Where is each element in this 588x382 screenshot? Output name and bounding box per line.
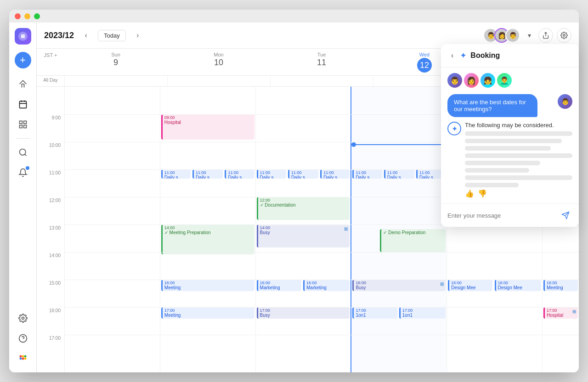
event-daily-mon1[interactable]: 11:00 Daily s xyxy=(161,169,191,179)
day-header-mon: Mon 10 xyxy=(167,49,270,75)
booking-panel-header: ‹ ✦ Booking xyxy=(441,44,579,67)
event-busy17-tue[interactable]: 17:00 Busy xyxy=(257,307,350,319)
day-header-tue: Tue 11 xyxy=(270,49,373,75)
event-daily-mon3[interactable]: 11:00 Daily s xyxy=(225,169,254,179)
event-1on1-wed2[interactable]: 17:00 1on1 xyxy=(399,307,446,319)
event-marketing-tue[interactable]: 16:00 Marketing xyxy=(257,280,301,291)
p-avatar-1: 👨 xyxy=(447,73,462,88)
close-button[interactable] xyxy=(15,13,21,19)
skeleton-line-6 xyxy=(465,168,529,173)
svg-point-18 xyxy=(22,358,24,360)
thumbs-down-button[interactable]: 👎 xyxy=(478,189,487,198)
booking-input-row xyxy=(441,203,579,227)
allday-cell-sun xyxy=(64,76,167,86)
svg-rect-7 xyxy=(19,125,22,128)
ai-avatar: ✦ xyxy=(447,122,461,135)
sidebar-item-settings[interactable] xyxy=(15,310,31,326)
svg-rect-6 xyxy=(23,121,26,124)
event-meeting-mon[interactable]: 16:00 Meeting xyxy=(161,280,254,291)
svg-rect-1 xyxy=(19,101,26,108)
share-button[interactable] xyxy=(538,28,553,43)
day-col-wed: 11:00 Daily s 11:00 Daily s 11:00 Daily … xyxy=(351,87,447,372)
time-label-16: 16:00 xyxy=(37,307,64,335)
event-busy-tue[interactable]: 14:00 Busy ⊞ xyxy=(257,225,350,247)
user-message-bubble: What are the best dates for our meetings… xyxy=(447,94,537,117)
event-1on1-wed[interactable]: 17:00 1on1 xyxy=(352,307,397,319)
sidebar-divider xyxy=(16,138,30,139)
time-label-9: 9:00 xyxy=(37,114,64,142)
event-design-thu1[interactable]: 16:00 Design Mee xyxy=(448,280,492,291)
time-label-11: 11:00 xyxy=(37,169,64,197)
event-daily-tue1[interactable]: 11:00 Daily s xyxy=(257,169,286,179)
event-meeting-prep[interactable]: 14:00 ✓ Meeting Preparation xyxy=(161,225,254,254)
skeleton-line-1 xyxy=(465,131,572,136)
app-logo xyxy=(15,28,31,45)
event-busy-wed[interactable]: 16:00 Busy ⊞ xyxy=(352,280,446,291)
notification-badge xyxy=(26,166,29,170)
sidebar: + xyxy=(9,22,37,372)
minimize-button[interactable] xyxy=(24,13,30,19)
p-avatar-2: 👩 xyxy=(464,73,479,88)
skeleton-line-4 xyxy=(465,153,572,158)
avatars-dropdown[interactable]: ▾ xyxy=(524,30,535,41)
sidebar-item-calendar[interactable] xyxy=(15,96,31,112)
event-daily-mon2[interactable]: 11:00 Daily s xyxy=(192,169,223,179)
time-label-12: 12:00 xyxy=(37,197,64,225)
time-label-10: 10:00 xyxy=(37,142,64,169)
sparkle-icon: ✦ xyxy=(460,51,467,61)
message-input[interactable] xyxy=(447,212,555,219)
sidebar-item-apps[interactable] xyxy=(15,350,31,367)
time-label-15: 15:00 xyxy=(37,280,64,307)
event-hospital17[interactable]: 17:00 Hospital ⊞ xyxy=(543,307,578,319)
skeleton-line-5 xyxy=(465,161,540,165)
skeleton-lines xyxy=(465,131,572,187)
booking-back-button[interactable]: ‹ xyxy=(448,51,456,61)
event-meeting17-mon[interactable]: 17:00 Meeting xyxy=(161,307,254,319)
event-documentation[interactable]: 12:00 ✓ Documentation xyxy=(257,197,350,220)
day-header-sun: Sun 9 xyxy=(64,49,167,75)
allday-label: All Day xyxy=(37,76,64,86)
participant-avatars[interactable]: 👨 👩 👨 xyxy=(483,28,520,43)
sidebar-item-help[interactable] xyxy=(15,330,31,347)
svg-point-17 xyxy=(19,358,22,360)
event-daily-wed1[interactable]: 11:00 Daily s xyxy=(352,169,382,179)
send-button[interactable] xyxy=(559,208,572,222)
timezone-label: JST + xyxy=(37,49,64,75)
allday-cell-mon xyxy=(167,76,270,86)
skeleton-line-8 xyxy=(465,183,519,187)
sidebar-item-notifications[interactable] xyxy=(15,164,31,181)
event-daily-tue3[interactable]: 11:00 Daily s xyxy=(320,169,350,179)
event-daily-tue2[interactable]: 11:00 Daily s xyxy=(288,169,318,179)
day-col-sun xyxy=(64,87,160,372)
app-window: + xyxy=(9,10,579,372)
calendar-title: 2023/12 xyxy=(44,31,74,40)
svg-point-21 xyxy=(563,34,565,36)
time-label-17: 17:00 xyxy=(37,335,64,362)
svg-point-19 xyxy=(24,358,26,360)
allday-cell-tue xyxy=(270,76,373,86)
today-button[interactable]: Today xyxy=(98,30,126,41)
event-design-thu2[interactable]: 16:00 Design Mee xyxy=(495,280,541,291)
sidebar-item-search[interactable] xyxy=(15,144,31,161)
time-label-13: 13:00 xyxy=(37,225,64,252)
event-demo-prep[interactable]: ✓ Demo Preparation xyxy=(380,229,446,252)
time-label-14: 14:00 xyxy=(37,252,64,280)
next-button[interactable]: › xyxy=(131,29,144,42)
thumbs-up-button[interactable]: 👍 xyxy=(465,189,474,198)
event-marketing-tue2[interactable]: 16:00 Marketing xyxy=(303,280,350,291)
event-daily-wed2[interactable]: 11:00 Daily s xyxy=(384,169,414,179)
prev-button[interactable]: ‹ xyxy=(79,29,92,42)
settings-button[interactable] xyxy=(557,28,571,43)
event-hospital[interactable]: 09:00 Hospital xyxy=(161,114,254,140)
skeleton-line-3 xyxy=(465,146,551,151)
svg-point-15 xyxy=(22,355,24,358)
event-meeting-col6[interactable]: 16:00 Meeting xyxy=(543,280,578,291)
feedback-row: 👍 👎 xyxy=(465,189,572,198)
sidebar-item-home[interactable] xyxy=(15,76,31,92)
sidebar-item-grid[interactable] xyxy=(15,116,31,133)
add-button[interactable]: + xyxy=(15,52,31,68)
ai-response-row: ✦ The following may be considered. xyxy=(447,122,572,198)
title-bar xyxy=(9,10,579,22)
booking-panel: ‹ ✦ Booking 👨 👩 👧 👨‍🦱 What are the best … xyxy=(441,44,579,227)
maximize-button[interactable] xyxy=(34,13,40,19)
